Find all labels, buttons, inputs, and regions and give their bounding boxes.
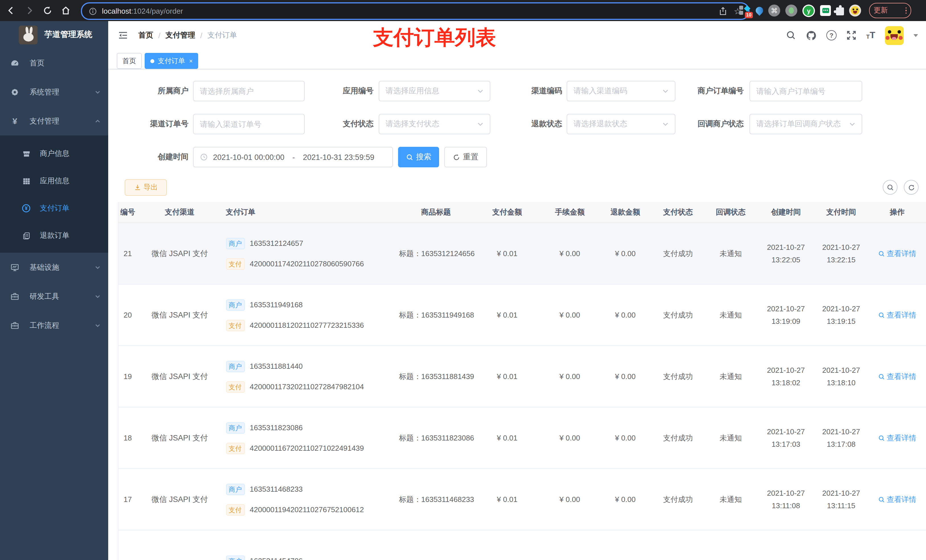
export-button[interactable]: 导出 <box>125 179 167 196</box>
back-button[interactable] <box>3 3 18 18</box>
view-detail-link[interactable]: 查看详情 <box>878 433 916 443</box>
y-extension-icon[interactable]: y <box>802 4 815 17</box>
fullscreen-icon[interactable] <box>846 30 856 41</box>
reload-button[interactable] <box>40 3 54 18</box>
col-id: 编号 <box>118 202 137 223</box>
refresh-table-button[interactable] <box>904 180 918 195</box>
sidebar: 芋道管理系统 首页 系统管理 ¥ 支付管理 <box>0 21 108 560</box>
col-amount: 支付金额 <box>473 202 541 223</box>
pin-extension-icon[interactable] <box>754 5 765 16</box>
toggle-search-button[interactable] <box>883 180 897 195</box>
date-range-start[interactable]: 2021-10-01 00:00:00 <box>213 153 284 162</box>
main-content: 首页 / 支付管理 / 支付订单 ? TT <box>108 21 926 560</box>
breadcrumb-current: 支付订单 <box>207 30 237 41</box>
github-icon[interactable] <box>806 30 817 41</box>
channel-order-no-input[interactable] <box>193 114 305 134</box>
address-bar[interactable]: localhost:1024/pay/order ☆ <box>81 2 749 20</box>
merchant-input[interactable] <box>193 81 305 101</box>
tab-close-icon[interactable]: × <box>189 57 193 64</box>
pay-status-select[interactable]: 请选择支付状态 <box>379 114 490 134</box>
breadcrumb-home[interactable]: 首页 <box>138 30 153 41</box>
emoji-extension-icon[interactable] <box>849 5 861 17</box>
date-range-end[interactable]: 2021-10-31 23:59:59 <box>303 153 374 162</box>
date-range-picker[interactable]: 2021-10-01 00:00:00 - 2021-10-31 23:59:5… <box>193 147 393 167</box>
refund-status-select[interactable]: 请选择退款状态 <box>567 114 675 134</box>
sidebar-item-infra[interactable]: 基础设施 <box>0 253 108 282</box>
search-icon <box>878 250 885 257</box>
view-detail-link[interactable]: 查看详情 <box>878 494 916 504</box>
col-channel: 支付渠道 <box>137 202 222 223</box>
sidebar-item-merchant-info[interactable]: 商户信息 <box>0 140 108 167</box>
orders-table: 编号 支付渠道 支付订单 商品标题 支付金额 手续金额 退款金额 支付状态 回调… <box>118 202 926 560</box>
tab-pay-order[interactable]: 支付订单 × <box>145 53 198 69</box>
sidebar-item-dev-tools[interactable]: 研发工具 <box>0 282 108 311</box>
sidebar-item-pay-order[interactable]: ¥ 支付订单 <box>0 195 108 222</box>
extension-icon[interactable]: 10 <box>738 5 750 17</box>
table-row: 17 微信 JSAPI 支付 商户1635311468233 支付4200001… <box>118 469 926 530</box>
extensions-area: 10 ⌘ y 更新 <box>738 0 911 21</box>
browser-menu-icon[interactable] <box>905 8 906 14</box>
pay-tag: 支付 <box>226 320 245 331</box>
col-status: 支付状态 <box>652 202 704 223</box>
refresh-icon <box>908 184 915 191</box>
extensions-puzzle-icon[interactable] <box>836 8 844 15</box>
yen-icon: ¥ <box>10 116 20 125</box>
user-avatar[interactable] <box>885 26 904 45</box>
merchant-tag: 商户 <box>226 422 245 433</box>
home-button[interactable] <box>58 3 73 18</box>
forward-button[interactable] <box>22 3 36 18</box>
chevron-down-icon <box>95 322 101 328</box>
merchant-order-no-input[interactable] <box>749 81 862 101</box>
merchant-tag: 商户 <box>226 483 245 495</box>
search-button[interactable]: 搜索 <box>398 147 439 167</box>
sidebar-item-system[interactable]: 系统管理 <box>0 77 108 106</box>
sidebar-item-pay[interactable]: ¥ 支付管理 <box>0 106 108 136</box>
filter-label-channel-order-no: 渠道订单号 <box>109 114 189 134</box>
chat-extension-icon[interactable] <box>820 5 831 16</box>
monitor-icon <box>10 263 20 272</box>
filter-label-channel-code: 渠道编码 <box>483 81 562 101</box>
sidebar-item-refund-order[interactable]: 退款订单 <box>0 222 108 249</box>
view-detail-link[interactable]: 查看详情 <box>878 310 916 320</box>
download-icon <box>134 184 141 191</box>
reset-button[interactable]: 重置 <box>444 147 487 167</box>
site-info-icon[interactable] <box>89 7 97 15</box>
channel-code-select[interactable]: 请输入渠道编码 <box>567 81 675 101</box>
notify-status-select[interactable]: 请选择订单回调商户状态 <box>749 114 862 134</box>
briefcase-icon <box>10 321 20 330</box>
avatar-dropdown-caret-icon[interactable] <box>914 34 918 37</box>
pay-tag: 支付 <box>226 258 245 269</box>
clock-icon <box>200 153 208 161</box>
active-dot-icon <box>150 59 154 63</box>
sidebar-item-workflow[interactable]: 工作流程 <box>0 311 108 340</box>
breadcrumb-pay[interactable]: 支付管理 <box>165 30 195 41</box>
screen: localhost:1024/pay/order ☆ 10 ⌘ y 更新 芋道管… <box>0 0 926 560</box>
date-range-separator: - <box>292 153 295 162</box>
share-icon[interactable] <box>719 7 727 15</box>
sidebar-item-app-info[interactable]: 应用信息 <box>0 167 108 195</box>
command-extension-icon[interactable]: ⌘ <box>768 5 780 17</box>
app-select[interactable]: 请选择应用信息 <box>379 81 490 101</box>
recorder-extension-icon[interactable] <box>785 5 797 17</box>
view-detail-link[interactable]: 查看详情 <box>878 248 916 259</box>
merchant-tag: 商户 <box>226 299 245 311</box>
browser-toolbar: localhost:1024/pay/order ☆ 10 ⌘ y 更新 <box>0 0 926 21</box>
filter-label-refund-status: 退款状态 <box>483 114 562 134</box>
pay-tag: 支付 <box>226 381 245 392</box>
app-logo[interactable]: 芋道管理系统 <box>0 21 108 48</box>
font-size-icon[interactable]: TT <box>866 31 875 40</box>
col-action: 操作 <box>868 202 926 223</box>
tab-home[interactable]: 首页 <box>117 53 142 69</box>
pay-submenu: 商户信息 应用信息 ¥ 支付订单 退款订单 <box>0 136 108 253</box>
sidebar-fold-icon[interactable] <box>118 30 128 41</box>
sidebar-item-home[interactable]: 首页 <box>0 48 108 77</box>
help-icon[interactable]: ? <box>826 30 837 41</box>
view-detail-link[interactable]: 查看详情 <box>878 371 916 382</box>
search-icon[interactable] <box>786 30 796 41</box>
logo-image <box>19 25 38 44</box>
browser-update-button[interactable]: 更新 <box>869 3 911 18</box>
refresh-icon <box>453 153 460 161</box>
app-title: 芋道管理系统 <box>44 30 92 40</box>
chevron-down-icon <box>95 293 101 299</box>
svg-text:¥: ¥ <box>25 205 27 211</box>
